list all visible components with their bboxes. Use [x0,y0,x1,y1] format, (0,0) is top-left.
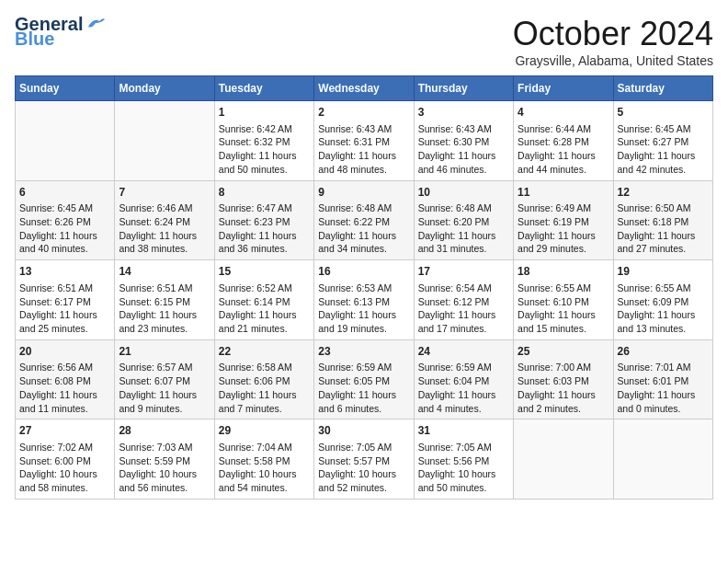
sunset-text: Sunset: 6:20 PM [418,215,509,229]
sunset-text: Sunset: 6:23 PM [219,215,310,229]
calendar-cell: 23Sunrise: 6:59 AMSunset: 6:05 PMDayligh… [314,339,414,419]
header-wednesday: Wednesday [314,76,414,101]
daylight-text: Daylight: 11 hours and 40 minutes. [19,229,110,256]
day-number: 12 [618,185,709,201]
day-number: 23 [318,344,409,360]
calendar-cell: 2Sunrise: 6:43 AMSunset: 6:31 PMDaylight… [314,101,414,181]
daylight-text: Daylight: 11 hours and 13 minutes. [618,308,709,335]
calendar-cell [115,101,214,181]
calendar-cell [16,101,115,181]
calendar-cell: 26Sunrise: 7:01 AMSunset: 6:01 PMDayligh… [613,339,712,419]
day-number: 16 [318,264,409,280]
sunset-text: Sunset: 6:01 PM [618,374,709,388]
page-header: General Blue October 2024 Graysville, Al… [15,15,713,68]
daylight-text: Daylight: 10 hours and 56 minutes. [119,467,210,494]
day-number: 27 [19,423,110,439]
sunrise-text: Sunrise: 6:43 AM [318,122,409,136]
sunrise-text: Sunrise: 6:48 AM [418,201,509,215]
calendar-cell: 3Sunrise: 6:43 AMSunset: 6:30 PMDaylight… [414,101,513,181]
daylight-text: Daylight: 11 hours and 50 minutes. [219,149,310,176]
sunset-text: Sunset: 6:03 PM [518,374,609,388]
calendar-cell [514,419,613,500]
sunset-text: Sunset: 5:59 PM [119,454,210,468]
daylight-text: Daylight: 11 hours and 31 minutes. [418,229,509,256]
calendar-cell: 31Sunrise: 7:05 AMSunset: 5:56 PMDayligh… [414,419,513,500]
calendar-cell: 12Sunrise: 6:50 AMSunset: 6:18 PMDayligh… [613,180,712,260]
day-number: 18 [518,264,609,280]
sunrise-text: Sunrise: 6:45 AM [19,201,110,215]
sunrise-text: Sunrise: 7:04 AM [219,441,310,454]
calendar-cell: 24Sunrise: 6:59 AMSunset: 6:04 PMDayligh… [414,339,513,419]
sunrise-text: Sunrise: 6:59 AM [418,361,509,374]
sunset-text: Sunset: 6:15 PM [119,295,210,309]
sunset-text: Sunset: 6:06 PM [219,374,310,388]
calendar-cell: 20Sunrise: 6:56 AMSunset: 6:08 PMDayligh… [16,339,115,419]
calendar-cell: 21Sunrise: 6:57 AMSunset: 6:07 PMDayligh… [115,339,214,419]
location: Graysville, Alabama, United States [513,53,713,68]
daylight-text: Daylight: 11 hours and 44 minutes. [518,149,609,176]
sunrise-text: Sunrise: 6:59 AM [318,361,409,374]
day-number: 26 [618,344,709,360]
calendar-table: SundayMondayTuesdayWednesdayThursdayFrid… [15,75,713,500]
sunrise-text: Sunrise: 6:54 AM [418,282,509,295]
day-number: 30 [318,423,409,439]
calendar-cell: 11Sunrise: 6:49 AMSunset: 6:19 PMDayligh… [514,180,613,260]
sunset-text: Sunset: 5:56 PM [418,454,509,468]
sunrise-text: Sunrise: 6:56 AM [19,361,110,374]
day-number: 8 [219,185,310,201]
sunset-text: Sunset: 6:26 PM [19,215,110,229]
header-row: SundayMondayTuesdayWednesdayThursdayFrid… [16,76,713,101]
sunset-text: Sunset: 6:04 PM [418,374,509,388]
calendar-cell: 19Sunrise: 6:55 AMSunset: 6:09 PMDayligh… [613,260,712,340]
calendar-cell [613,419,712,500]
sunrise-text: Sunrise: 6:43 AM [418,122,509,136]
calendar-cell: 27Sunrise: 7:02 AMSunset: 6:00 PMDayligh… [16,419,115,500]
sunrise-text: Sunrise: 7:00 AM [518,361,609,374]
daylight-text: Daylight: 11 hours and 11 minutes. [19,388,110,415]
daylight-text: Daylight: 10 hours and 50 minutes. [418,467,509,494]
sunset-text: Sunset: 6:13 PM [318,295,409,309]
header-tuesday: Tuesday [214,76,313,101]
sunset-text: Sunset: 6:22 PM [318,215,409,229]
sunset-text: Sunset: 6:32 PM [219,135,310,149]
sunset-text: Sunset: 5:57 PM [318,454,409,468]
sunrise-text: Sunrise: 6:45 AM [618,122,709,136]
sunset-text: Sunset: 6:12 PM [418,295,509,309]
calendar-cell: 9Sunrise: 6:48 AMSunset: 6:22 PMDaylight… [314,180,414,260]
day-number: 24 [418,344,509,360]
calendar-cell: 10Sunrise: 6:48 AMSunset: 6:20 PMDayligh… [414,180,513,260]
calendar-cell: 5Sunrise: 6:45 AMSunset: 6:27 PMDaylight… [613,101,712,181]
sunrise-text: Sunrise: 7:01 AM [618,361,709,374]
logo-blue-text: Blue [15,29,54,48]
calendar-cell: 16Sunrise: 6:53 AMSunset: 6:13 PMDayligh… [314,260,414,340]
daylight-text: Daylight: 11 hours and 46 minutes. [418,149,509,176]
month-title: October 2024 [513,15,713,53]
sunrise-text: Sunrise: 6:55 AM [618,282,709,295]
calendar-cell: 17Sunrise: 6:54 AMSunset: 6:12 PMDayligh… [414,260,513,340]
sunrise-text: Sunrise: 6:47 AM [219,201,310,215]
day-number: 11 [518,185,609,201]
day-number: 5 [618,105,709,121]
title-block: October 2024 Graysville, Alabama, United… [513,15,713,68]
day-number: 15 [219,264,310,280]
sunset-text: Sunset: 6:19 PM [518,215,609,229]
day-number: 21 [119,344,210,360]
daylight-text: Daylight: 11 hours and 17 minutes. [418,308,509,335]
day-number: 17 [418,264,509,280]
calendar-cell: 7Sunrise: 6:46 AMSunset: 6:24 PMDaylight… [115,180,214,260]
sunrise-text: Sunrise: 6:44 AM [518,122,609,136]
calendar-cell: 25Sunrise: 7:00 AMSunset: 6:03 PMDayligh… [514,339,613,419]
daylight-text: Daylight: 11 hours and 42 minutes. [618,149,709,176]
sunrise-text: Sunrise: 6:46 AM [119,201,210,215]
day-number: 14 [119,264,210,280]
sunset-text: Sunset: 6:14 PM [219,295,310,309]
daylight-text: Daylight: 11 hours and 38 minutes. [119,229,210,256]
day-number: 6 [19,185,110,201]
sunset-text: Sunset: 6:08 PM [19,374,110,388]
day-number: 3 [418,105,509,121]
sunset-text: Sunset: 6:30 PM [418,135,509,149]
daylight-text: Daylight: 11 hours and 23 minutes. [119,308,210,335]
calendar-cell: 29Sunrise: 7:04 AMSunset: 5:58 PMDayligh… [214,419,313,500]
week-row-1: 6Sunrise: 6:45 AMSunset: 6:26 PMDaylight… [16,180,713,260]
day-number: 13 [19,264,110,280]
